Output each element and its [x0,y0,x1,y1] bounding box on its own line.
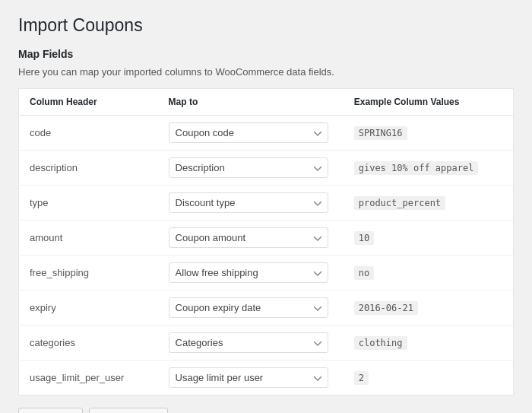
map-to-select[interactable]: Coupon codeDescriptionDiscount typeCoupo… [169,262,328,283]
map-to-cell: Coupon codeDescriptionDiscount typeCoupo… [158,291,344,326]
map-to-select[interactable]: Coupon codeDescriptionDiscount typeCoupo… [169,297,328,318]
example-value-badge: SPRING16 [354,126,407,140]
example-value-cell: 2016-06-21 [344,291,514,326]
page-title: Import Coupons [18,15,514,36]
dry-run-button[interactable]: Dry Run » [18,408,83,413]
column-header-cell: amount [19,221,158,256]
example-value-badge: gives 10% off apparel [354,161,479,175]
map-to-select[interactable]: Coupon codeDescriptionDiscount typeCoupo… [169,367,328,388]
map-to-cell: Coupon codeDescriptionDiscount typeCoupo… [158,186,344,221]
table-row: typeCoupon codeDescriptionDiscount typeC… [19,186,514,221]
column-header-cell: type [19,186,158,221]
map-to-cell: Coupon codeDescriptionDiscount typeCoupo… [158,256,344,291]
map-to-cell: Coupon codeDescriptionDiscount typeCoupo… [158,116,344,151]
map-to-select[interactable]: Coupon codeDescriptionDiscount typeCoupo… [169,157,328,178]
example-value-badge: 10 [354,231,374,245]
example-value-badge: no [354,266,374,280]
example-value-cell: gives 10% off apparel [344,151,514,186]
map-to-select[interactable]: Coupon codeDescriptionDiscount typeCoupo… [169,122,328,143]
col-header-mapto: Map to [158,89,344,116]
table-row: usage_limit_per_userCoupon codeDescripti… [19,361,514,396]
map-fields-table: Column Header Map to Example Column Valu… [18,88,514,396]
col-header-column: Column Header [19,89,158,116]
description-text: Here you can map your imported columns t… [18,66,514,78]
example-value-cell: 2 [344,361,514,396]
column-header-cell: usage_limit_per_user [19,361,158,396]
map-to-select[interactable]: Coupon codeDescriptionDiscount typeCoupo… [169,192,328,213]
example-value-cell: 10 [344,221,514,256]
column-header-cell: expiry [19,291,158,326]
map-to-cell: Coupon codeDescriptionDiscount typeCoupo… [158,151,344,186]
section-title: Map Fields [18,48,514,60]
example-value-badge: product_percent [354,196,445,210]
column-header-cell: code [19,116,158,151]
example-value-cell: no [344,256,514,291]
example-value-cell: SPRING16 [344,116,514,151]
column-header-cell: description [19,151,158,186]
action-buttons: Dry Run » Start Import » [18,408,514,413]
example-value-badge: clothing [354,336,407,350]
map-to-select[interactable]: Coupon codeDescriptionDiscount typeCoupo… [169,227,328,248]
start-import-button[interactable]: Start Import » [89,408,169,413]
column-header-cell: free_shipping [19,256,158,291]
example-value-cell: clothing [344,326,514,361]
map-to-cell: Coupon codeDescriptionDiscount typeCoupo… [158,361,344,396]
table-row: categoriesCoupon codeDescriptionDiscount… [19,326,514,361]
map-to-cell: Coupon codeDescriptionDiscount typeCoupo… [158,221,344,256]
table-row: codeCoupon codeDescriptionDiscount typeC… [19,116,514,151]
table-row: descriptionCoupon codeDescriptionDiscoun… [19,151,514,186]
table-row: amountCoupon codeDescriptionDiscount typ… [19,221,514,256]
table-row: expiryCoupon codeDescriptionDiscount typ… [19,291,514,326]
example-value-badge: 2016-06-21 [354,301,418,315]
example-value-cell: product_percent [344,186,514,221]
example-value-badge: 2 [354,371,369,385]
table-row: free_shippingCoupon codeDescriptionDisco… [19,256,514,291]
map-to-select[interactable]: Coupon codeDescriptionDiscount typeCoupo… [169,332,328,353]
column-header-cell: categories [19,326,158,361]
col-header-example: Example Column Values [344,89,514,116]
map-to-cell: Coupon codeDescriptionDiscount typeCoupo… [158,326,344,361]
